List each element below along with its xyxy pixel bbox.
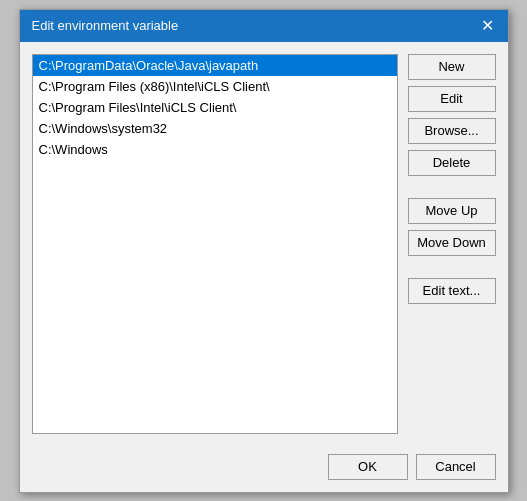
env-var-list[interactable]: C:\ProgramData\Oracle\Java\javapathC:\Pr… [32,54,398,434]
edit-env-var-dialog: Edit environment variable ✕ C:\ProgramDa… [19,9,509,493]
move-up-button[interactable]: Move Up [408,198,496,224]
move-down-button[interactable]: Move Down [408,230,496,256]
title-bar: Edit environment variable ✕ [20,10,508,42]
list-item[interactable]: C:\Windows\system32 [33,118,397,139]
delete-button[interactable]: Delete [408,150,496,176]
edit-text-button[interactable]: Edit text... [408,278,496,304]
cancel-button[interactable]: Cancel [416,454,496,480]
ok-button[interactable]: OK [328,454,408,480]
list-item[interactable]: C:\Windows [33,139,397,160]
edit-button[interactable]: Edit [408,86,496,112]
dialog-footer: OK Cancel [20,446,508,492]
close-button[interactable]: ✕ [479,18,496,34]
list-item[interactable]: C:\Program Files (x86)\Intel\iCLS Client… [33,76,397,97]
list-item[interactable]: C:\Program Files\Intel\iCLS Client\ [33,97,397,118]
list-item[interactable]: C:\ProgramData\Oracle\Java\javapath [33,55,397,76]
new-button[interactable]: New [408,54,496,80]
dialog-body: C:\ProgramData\Oracle\Java\javapathC:\Pr… [20,42,508,446]
spacer-2 [408,262,496,272]
spacer-1 [408,182,496,192]
buttons-panel: New Edit Browse... Delete Move Up Move D… [408,54,496,434]
browse-button[interactable]: Browse... [408,118,496,144]
dialog-title: Edit environment variable [32,18,179,33]
